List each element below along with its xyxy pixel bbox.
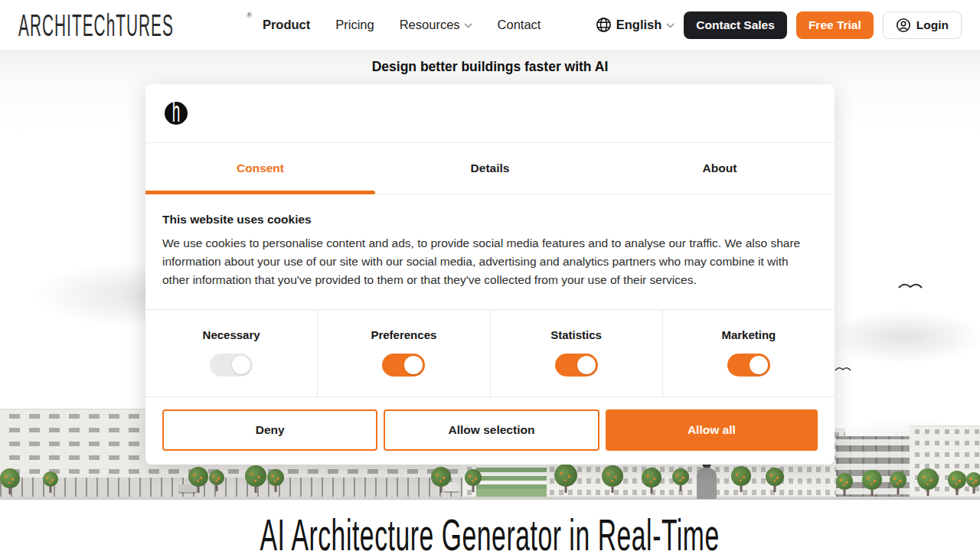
login-button[interactable]: Login — [883, 11, 962, 39]
marketing-toggle[interactable] — [727, 354, 770, 377]
top-navigation-bar: ARCHITEChTURES ® Product Pricing Resourc… — [0, 0, 980, 51]
registered-trademark: ® — [247, 11, 252, 19]
chevron-down-icon — [666, 23, 675, 28]
toggle-knob — [750, 356, 768, 374]
cookie-consent-dialog: h Consent Details About This website use… — [145, 84, 835, 465]
architechtures-h-logo: h — [165, 102, 188, 125]
nav-item-pricing[interactable]: Pricing — [335, 18, 374, 32]
user-icon — [896, 18, 911, 33]
allow-all-button[interactable]: Allow all — [606, 409, 818, 451]
dialog-actions: Deny Allow selection Allow all — [162, 397, 818, 468]
preferences-toggle[interactable] — [382, 354, 425, 377]
dialog-tabs: Consent Details About — [145, 143, 835, 194]
tree — [890, 471, 906, 488]
deny-button[interactable]: Deny — [162, 409, 377, 451]
tree — [0, 468, 20, 488]
tree — [766, 468, 784, 486]
contact-sales-button[interactable]: Contact Sales — [684, 11, 787, 39]
tree — [43, 471, 58, 487]
dialog-body: This website uses cookies We use cookies… — [145, 213, 835, 468]
category-statistics: Statistics — [490, 310, 662, 396]
statistics-toggle[interactable] — [555, 354, 598, 377]
bird-icon — [897, 280, 923, 291]
necessary-toggle — [210, 354, 253, 377]
page: ARCHITEChTURES ® Product Pricing Resourc… — [0, 0, 980, 551]
tree — [245, 465, 266, 487]
category-necessary: Necessary — [145, 310, 317, 396]
nav-item-product[interactable]: Product — [263, 18, 310, 32]
dialog-logo-row: h — [145, 84, 835, 143]
tree — [966, 472, 980, 487]
bird-icon — [835, 365, 851, 373]
bottom-section: AI Architecture Generator in Real-Time — [0, 500, 980, 551]
building-left-storefront — [0, 478, 466, 499]
tree — [188, 467, 208, 487]
category-preferences: Preferences — [317, 310, 489, 396]
tree — [948, 471, 966, 489]
tree — [917, 468, 939, 490]
tree — [465, 469, 482, 486]
tab-details[interactable]: Details — [375, 143, 605, 194]
pedestrian-body — [697, 468, 717, 499]
architechtures-logo[interactable]: ARCHITEChTURES ® — [18, 10, 252, 41]
active-tab-indicator — [145, 191, 375, 194]
tree — [267, 469, 284, 486]
building-right — [910, 425, 980, 500]
nav-item-resources[interactable]: Resources — [400, 18, 472, 32]
building-green — [476, 464, 547, 499]
tree — [672, 468, 689, 485]
hero-tagline: Design better buildings faster with AI — [0, 51, 980, 83]
tree — [836, 473, 853, 490]
logo-wordmark: ARCHITEChTURES — [18, 10, 174, 41]
tree — [862, 470, 882, 490]
tree — [602, 465, 623, 487]
tree — [431, 467, 451, 487]
tab-about[interactable]: About — [605, 143, 835, 194]
cookie-description: We use cookies to personalise content an… — [162, 234, 818, 289]
language-selector[interactable]: English — [596, 17, 675, 33]
tree — [731, 466, 751, 486]
tab-consent[interactable]: Consent — [145, 143, 375, 194]
nav-item-contact[interactable]: Contact — [498, 18, 541, 32]
tree — [642, 468, 662, 487]
free-trial-button[interactable]: Free Trial — [796, 11, 874, 39]
consent-categories: Necessary Preferences Statistics Marketi… — [145, 309, 835, 397]
header-actions: English Contact Sales Free Trial Login — [596, 11, 962, 39]
cookie-title: This website uses cookies — [162, 213, 818, 227]
globe-icon — [596, 17, 612, 33]
cloud — [823, 310, 980, 364]
tree — [209, 470, 224, 485]
main-nav: Product Pricing Resources Contact — [263, 18, 541, 32]
allow-selection-button[interactable]: Allow selection — [384, 409, 599, 451]
language-label: English — [616, 18, 662, 32]
toggle-knob — [232, 356, 250, 374]
chevron-down-icon — [464, 23, 472, 28]
category-marketing: Marketing — [662, 310, 835, 396]
toggle-knob — [577, 356, 596, 374]
toggle-knob — [404, 356, 423, 374]
building-gray — [836, 436, 913, 499]
page-title: AI Architecture Generator in Real-Time — [260, 512, 720, 551]
